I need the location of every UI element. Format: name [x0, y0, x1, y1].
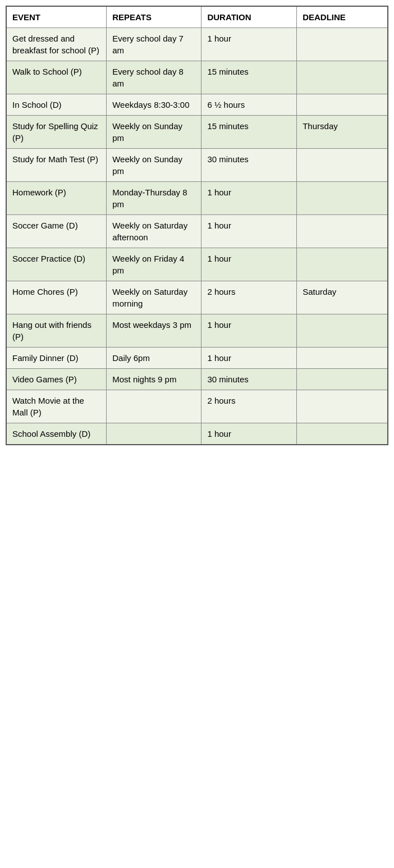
header-row: EVENT REPEATS DURATION DEADLINE	[6, 6, 388, 28]
cell-deadline	[297, 182, 388, 215]
cell-duration: 15 minutes	[201, 116, 297, 149]
header-duration: DURATION	[201, 6, 297, 28]
cell-repeats	[107, 423, 201, 445]
cell-event: In School (D)	[6, 94, 107, 116]
cell-deadline	[297, 149, 388, 182]
cell-duration: 15 minutes	[201, 61, 297, 94]
cell-deadline	[297, 94, 388, 116]
cell-event: Soccer Game (D)	[6, 215, 107, 248]
cell-repeats: Daily 6pm	[107, 348, 201, 369]
table-row: School Assembly (D)1 hour	[6, 423, 388, 445]
cell-repeats: Weekly on Friday 4 pm	[107, 248, 201, 281]
cell-event: Hang out with friends (P)	[6, 314, 107, 348]
cell-event: Walk to School (P)	[6, 61, 107, 94]
table-row: Study for Spelling Quiz (P)Weekly on Sun…	[6, 116, 388, 149]
cell-event: School Assembly (D)	[6, 423, 107, 445]
cell-repeats: Most weekdays 3 pm	[107, 314, 201, 348]
cell-repeats: Weekly on Saturday morning	[107, 281, 201, 314]
cell-deadline: Thursday	[297, 116, 388, 149]
cell-duration: 2 hours	[201, 390, 297, 423]
cell-event: Study for Spelling Quiz (P)	[6, 116, 107, 149]
cell-duration: 1 hour	[201, 215, 297, 248]
cell-deadline	[297, 314, 388, 348]
table-row: Get dressed and breakfast for school (P)…	[6, 28, 388, 61]
cell-deadline	[297, 28, 388, 61]
cell-event: Family Dinner (D)	[6, 348, 107, 369]
table-row: In School (D)Weekdays 8:30-3:006 ½ hours	[6, 94, 388, 116]
cell-event: Get dressed and breakfast for school (P)	[6, 28, 107, 61]
cell-deadline	[297, 348, 388, 369]
cell-repeats: Most nights 9 pm	[107, 369, 201, 390]
cell-duration: 1 hour	[201, 28, 297, 61]
cell-repeats: Every school day 7 am	[107, 28, 201, 61]
cell-repeats: Weekdays 8:30-3:00	[107, 94, 201, 116]
cell-event: Home Chores (P)	[6, 281, 107, 314]
table-row: Walk to School (P)Every school day 8 am1…	[6, 61, 388, 94]
cell-duration: 1 hour	[201, 248, 297, 281]
cell-event: Video Games (P)	[6, 369, 107, 390]
cell-repeats: Weekly on Sunday pm	[107, 149, 201, 182]
cell-duration: 1 hour	[201, 314, 297, 348]
cell-event: Soccer Practice (D)	[6, 248, 107, 281]
cell-deadline	[297, 390, 388, 423]
cell-duration: 2 hours	[201, 281, 297, 314]
cell-deadline	[297, 423, 388, 445]
cell-deadline	[297, 248, 388, 281]
table-row: Hang out with friends (P)Most weekdays 3…	[6, 314, 388, 348]
schedule-table: EVENT REPEATS DURATION DEADLINE Get dres…	[6, 6, 388, 445]
table-row: Homework (P)Monday-Thursday 8 pm1 hour	[6, 182, 388, 215]
table-row: Home Chores (P)Weekly on Saturday mornin…	[6, 281, 388, 314]
table-row: Soccer Practice (D)Weekly on Friday 4 pm…	[6, 248, 388, 281]
cell-event: Watch Movie at the Mall (P)	[6, 390, 107, 423]
cell-deadline	[297, 215, 388, 248]
cell-event: Homework (P)	[6, 182, 107, 215]
header-repeats: REPEATS	[107, 6, 201, 28]
cell-duration: 1 hour	[201, 182, 297, 215]
cell-repeats: Weekly on Saturday afternoon	[107, 215, 201, 248]
cell-repeats	[107, 390, 201, 423]
cell-duration: 6 ½ hours	[201, 94, 297, 116]
cell-deadline	[297, 61, 388, 94]
cell-event: Study for Math Test (P)	[6, 149, 107, 182]
header-deadline: DEADLINE	[297, 6, 388, 28]
cell-repeats: Weekly on Sunday pm	[107, 116, 201, 149]
table-row: Video Games (P)Most nights 9 pm30 minute…	[6, 369, 388, 390]
table-row: Family Dinner (D)Daily 6pm1 hour	[6, 348, 388, 369]
table-row: Watch Movie at the Mall (P)2 hours	[6, 390, 388, 423]
table-row: Soccer Game (D)Weekly on Saturday aftern…	[6, 215, 388, 248]
cell-deadline: Saturday	[297, 281, 388, 314]
cell-duration: 30 minutes	[201, 369, 297, 390]
cell-duration: 30 minutes	[201, 149, 297, 182]
cell-duration: 1 hour	[201, 423, 297, 445]
cell-duration: 1 hour	[201, 348, 297, 369]
table-row: Study for Math Test (P)Weekly on Sunday …	[6, 149, 388, 182]
cell-repeats: Every school day 8 am	[107, 61, 201, 94]
cell-repeats: Monday-Thursday 8 pm	[107, 182, 201, 215]
header-event: EVENT	[6, 6, 107, 28]
cell-deadline	[297, 369, 388, 390]
